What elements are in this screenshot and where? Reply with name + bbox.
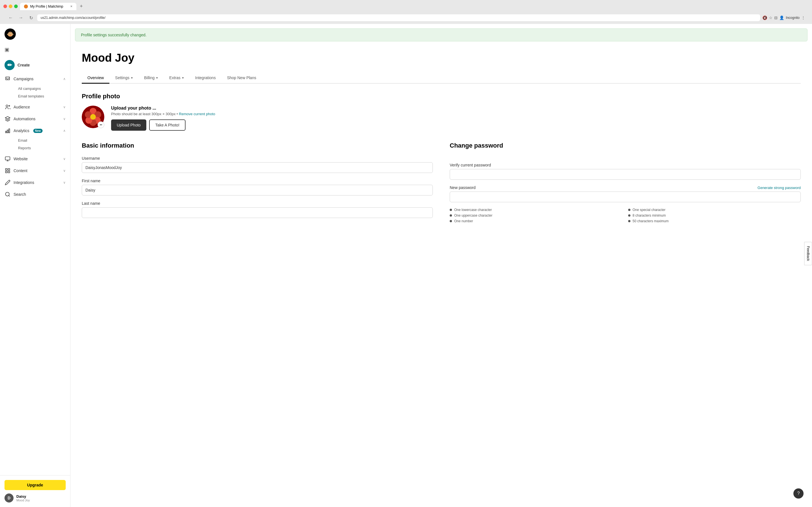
req-min-chars: 8 characters minimum	[628, 214, 801, 217]
firstname-input[interactable]	[82, 185, 433, 195]
address-bar: ← → ↻ 🔇 ☆ ⊟ 👤 Incognito ⋮	[3, 13, 809, 24]
tab-billing[interactable]: Billing ▾	[139, 73, 163, 83]
upgrade-button[interactable]: Upgrade	[4, 480, 66, 490]
app: 🐵 ▣ ✏ Create Campaigns ∧ All campaigns E	[0, 24, 812, 507]
new-tab-button[interactable]: +	[78, 2, 85, 10]
integrations-label: Integrations	[13, 180, 34, 185]
tab-bar: My Profile | Mailchimp ✕ +	[20, 2, 85, 10]
sidebar-item-content[interactable]: Content ∨	[0, 165, 70, 177]
new-password-input[interactable]	[450, 191, 801, 202]
user-info: D Daisy Mood Joy	[4, 494, 66, 503]
take-photo-button[interactable]: Take A Photo!	[149, 119, 186, 131]
user-sub: Mood Joy	[16, 499, 30, 502]
sidebar-item-search[interactable]: Search	[0, 188, 70, 200]
svg-rect-2	[6, 131, 6, 133]
tab-shop-new-plans[interactable]: Shop New Plans	[221, 73, 262, 83]
change-password-title: Change password	[450, 142, 503, 149]
remove-photo-link[interactable]: Remove current photo	[179, 112, 215, 116]
username-input[interactable]	[82, 162, 433, 173]
sidebar-item-reports[interactable]: Reports	[13, 144, 70, 152]
toggle-sidebar-button[interactable]: ▣	[4, 47, 9, 53]
app-logo[interactable]: 🐵	[4, 29, 16, 40]
create-icon: ✏	[4, 60, 15, 70]
sidebar-item-email[interactable]: Email	[13, 136, 70, 144]
svg-point-18	[90, 114, 96, 120]
svg-point-0	[6, 105, 8, 107]
analytics-chevron: ∧	[63, 129, 66, 133]
website-icon	[4, 156, 11, 162]
content-chevron: ∨	[63, 169, 66, 173]
req-dot-max-chars	[628, 220, 630, 222]
sidebar-item-campaigns[interactable]: Campaigns ∧	[0, 73, 70, 85]
req-max-chars: 50 characters maximum	[628, 219, 801, 223]
verify-password-label: Verify current password	[450, 163, 801, 167]
generate-password-link[interactable]: Generate strong password	[758, 186, 801, 190]
two-column-layout: Basic information Username First name La…	[82, 142, 801, 224]
campaigns-submenu: All campaigns Email templates	[0, 85, 70, 101]
password-requirements: One lowercase character One special char…	[450, 208, 801, 223]
audience-label: Audience	[13, 105, 30, 109]
help-button[interactable]: ?	[794, 489, 804, 499]
change-password-section: Change password Verify current password …	[450, 142, 801, 224]
split-view-icon[interactable]: ⊟	[774, 15, 777, 20]
tab-settings[interactable]: Settings ▾	[109, 73, 139, 83]
traffic-lights	[3, 4, 18, 8]
photo-edit-button[interactable]: ✏	[98, 121, 104, 128]
sidebar-item-analytics[interactable]: Analytics New ∧	[0, 125, 70, 136]
password-header: Change password	[450, 142, 801, 156]
verify-password-group: Verify current password	[450, 163, 801, 180]
sidebar-item-email-templates[interactable]: Email templates	[13, 93, 70, 100]
tab-extras[interactable]: Extras ▾	[163, 73, 190, 83]
svg-point-10	[6, 192, 9, 196]
feedback-button[interactable]: Feedback	[804, 242, 812, 265]
lastname-input[interactable]	[82, 207, 433, 218]
sidebar-item-audience[interactable]: Audience ∨	[0, 101, 70, 113]
svg-rect-8	[8, 171, 10, 173]
url-input[interactable]	[37, 14, 760, 21]
back-button[interactable]: ←	[7, 14, 15, 22]
username-group: Username	[82, 156, 433, 173]
billing-chevron: ▾	[156, 76, 158, 80]
svg-rect-5	[5, 157, 10, 160]
refresh-button[interactable]: ↻	[27, 14, 35, 22]
sidebar-nav: ✏ Create Campaigns ∧ All campaigns Email…	[0, 55, 70, 475]
sidebar-item-create[interactable]: ✏ Create	[0, 57, 70, 73]
active-tab[interactable]: My Profile | Mailchimp ✕	[20, 3, 77, 10]
tab-integrations[interactable]: Integrations	[190, 73, 221, 83]
upload-photo-button[interactable]: Upload Photo	[111, 119, 146, 131]
website-chevron: ∨	[63, 157, 66, 161]
photo-info: Upload your photo ... Photo should be at…	[111, 106, 801, 131]
camera-off-icon: 🔇	[762, 15, 767, 20]
bookmark-icon[interactable]: ☆	[769, 15, 772, 20]
forward-button[interactable]: →	[17, 14, 25, 22]
tab-overview[interactable]: Overview	[82, 73, 109, 83]
req-dot-special	[628, 209, 630, 211]
new-password-group: New password Generate strong password	[450, 185, 801, 202]
sidebar-bottom: Upgrade D Daisy Mood Joy	[0, 475, 70, 507]
page-title: Mood Joy	[82, 52, 801, 64]
tab-close-button[interactable]: ✕	[70, 5, 72, 8]
content-icon	[4, 168, 11, 174]
analytics-submenu: Email Reports	[0, 136, 70, 153]
extras-chevron: ▾	[182, 76, 184, 80]
minimize-button[interactable]	[9, 4, 12, 8]
user-avatar: D	[4, 494, 13, 503]
close-button[interactable]	[3, 4, 7, 8]
account-icon[interactable]: 👤	[779, 15, 784, 20]
verify-password-input[interactable]	[450, 169, 801, 180]
menu-button[interactable]: ⋮	[801, 15, 805, 20]
maximize-button[interactable]	[14, 4, 18, 8]
content-area: Mood Joy Overview Settings ▾ Billing ▾ E…	[70, 46, 812, 229]
sidebar-item-all-campaigns[interactable]: All campaigns	[13, 85, 70, 93]
req-uppercase: One uppercase character	[450, 214, 622, 217]
campaigns-label: Campaigns	[13, 76, 34, 81]
profile-photo-title: Profile photo	[82, 93, 801, 100]
sidebar: 🐵 ▣ ✏ Create Campaigns ∧ All campaigns E	[0, 24, 70, 507]
photo-section: ✏ Upload your photo ... Photo should be …	[82, 106, 801, 131]
sidebar-item-automations[interactable]: Automations ∨	[0, 113, 70, 125]
analytics-label: Analytics	[13, 128, 29, 133]
automations-chevron: ∨	[63, 117, 66, 121]
sidebar-item-integrations[interactable]: Integrations ∨	[0, 177, 70, 188]
tab-title: My Profile | Mailchimp	[30, 4, 63, 8]
sidebar-item-website[interactable]: Website ∨	[0, 153, 70, 165]
